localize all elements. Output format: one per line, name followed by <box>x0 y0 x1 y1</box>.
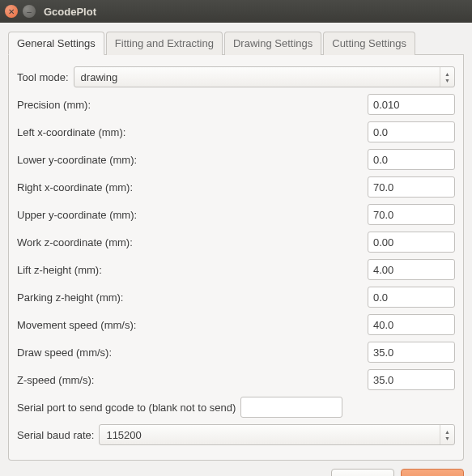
row-baud-rate: Serial baud rate: 115200 ▲▼ <box>17 421 455 448</box>
label-tool-mode: Tool mode: <box>17 71 69 83</box>
label-lift-z: Lift z-height (mm): <box>17 264 368 276</box>
chevron-up-down-icon: ▲▼ <box>440 67 454 87</box>
baud-rate-combo[interactable]: 115200 ▲▼ <box>99 424 455 445</box>
z-speed-spinner[interactable]: ▲▼ <box>368 369 455 390</box>
row-precision: Precision (mm): ▲▼ <box>17 91 455 118</box>
park-z-input[interactable] <box>368 291 472 304</box>
lift-z-spinner[interactable]: ▲▼ <box>368 259 455 280</box>
upper-y-spinner[interactable]: ▲▼ <box>368 204 455 225</box>
cancel-button[interactable]: Cancel <box>331 469 394 476</box>
tool-mode-value: drawing <box>74 71 440 83</box>
lower-y-spinner[interactable]: ▲▼ <box>368 149 455 170</box>
chevron-up-down-icon: ▲▼ <box>440 425 454 444</box>
serial-port-input[interactable] <box>240 397 342 418</box>
park-z-spinner[interactable]: ▲▼ <box>368 287 455 308</box>
tab-bar: General Settings Fitting and Extracting … <box>8 31 464 55</box>
lift-z-input[interactable] <box>368 264 472 276</box>
row-z-speed: Z-speed (mm/s): ▲▼ <box>17 366 455 393</box>
row-lift-z: Lift z-height (mm): ▲▼ <box>17 256 455 283</box>
row-upper-y: Upper y-coordinate (mm): ▲▼ <box>17 201 455 228</box>
tool-mode-combo[interactable]: drawing ▲▼ <box>74 66 455 87</box>
row-work-z: Work z-coordinate (mm): ▲▼ <box>17 228 455 256</box>
tab-drawing-settings[interactable]: Drawing Settings <box>224 32 321 55</box>
work-z-input[interactable] <box>368 236 472 249</box>
label-move-speed: Movement speed (mm/s): <box>17 319 368 331</box>
label-serial-port: Serial port to send gcode to (blank not … <box>17 402 236 414</box>
label-draw-speed: Draw speed (mm/s): <box>17 346 368 359</box>
titlebar: ✕ – GcodePlot <box>0 0 472 23</box>
row-lower-y: Lower y-coordinate (mm): ▲▼ <box>17 146 455 173</box>
tab-general-settings[interactable]: General Settings <box>8 32 104 55</box>
work-z-spinner[interactable]: ▲▼ <box>368 232 455 253</box>
row-park-z: Parking z-height (mm): ▲▼ <box>17 283 455 311</box>
move-speed-input[interactable] <box>368 319 472 331</box>
label-park-z: Parking z-height (mm): <box>17 291 368 304</box>
tab-cutting-settings[interactable]: Cutting Settings <box>323 32 415 55</box>
upper-y-input[interactable] <box>368 209 472 221</box>
baud-rate-value: 115200 <box>100 429 440 441</box>
label-right-x: Right x-coordinate (mm): <box>17 181 368 193</box>
draw-speed-spinner[interactable]: ▲▼ <box>368 342 455 363</box>
window-title: GcodePlot <box>44 6 96 18</box>
move-speed-spinner[interactable]: ▲▼ <box>368 314 455 335</box>
dialog-buttons: Cancel OK <box>8 469 464 476</box>
label-work-z: Work z-coordinate (mm): <box>17 236 368 249</box>
label-lower-y: Lower y-coordinate (mm): <box>17 154 368 166</box>
label-upper-y: Upper y-coordinate (mm): <box>17 209 368 221</box>
dialog-content: General Settings Fitting and Extracting … <box>0 23 472 476</box>
right-x-input[interactable] <box>368 181 472 193</box>
draw-speed-input[interactable] <box>368 346 472 359</box>
minimize-icon[interactable]: – <box>23 5 36 18</box>
row-move-speed: Movement speed (mm/s): ▲▼ <box>17 311 455 338</box>
precision-spinner[interactable]: ▲▼ <box>368 94 455 115</box>
row-draw-speed: Draw speed (mm/s): ▲▼ <box>17 338 455 366</box>
ok-button[interactable]: OK <box>401 469 464 476</box>
row-left-x: Left x-coordinate (mm): ▲▼ <box>17 118 455 146</box>
label-precision: Precision (mm): <box>17 99 368 111</box>
general-settings-panel: Tool mode: drawing ▲▼ Precision (mm): ▲▼… <box>8 55 464 461</box>
close-icon[interactable]: ✕ <box>5 5 18 18</box>
precision-input[interactable] <box>368 99 472 111</box>
label-z-speed: Z-speed (mm/s): <box>17 374 368 386</box>
right-x-spinner[interactable]: ▲▼ <box>368 176 455 198</box>
lower-y-input[interactable] <box>368 154 472 166</box>
row-right-x: Right x-coordinate (mm): ▲▼ <box>17 173 455 201</box>
label-left-x: Left x-coordinate (mm): <box>17 126 368 138</box>
tab-fitting-extracting[interactable]: Fitting and Extracting <box>106 32 223 55</box>
row-serial-port: Serial port to send gcode to (blank not … <box>17 393 455 421</box>
row-tool-mode: Tool mode: drawing ▲▼ <box>17 63 455 91</box>
left-x-spinner[interactable]: ▲▼ <box>368 121 455 142</box>
left-x-input[interactable] <box>368 126 472 138</box>
z-speed-input[interactable] <box>368 374 472 386</box>
label-baud-rate: Serial baud rate: <box>17 429 94 441</box>
